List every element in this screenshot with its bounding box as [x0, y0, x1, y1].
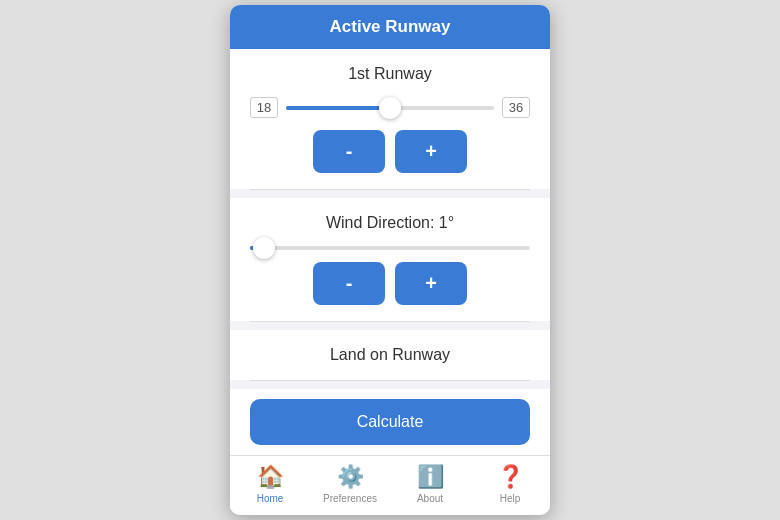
runway-slider-fill — [286, 106, 390, 110]
wind-slider-track[interactable] — [250, 246, 530, 250]
wind-section-title: Wind Direction: 1° — [250, 214, 530, 232]
wind-slider-thumb[interactable] — [253, 237, 275, 259]
runway-slider-thumb[interactable] — [379, 97, 401, 119]
header-title: Active Runway — [330, 17, 451, 36]
calculate-button[interactable]: Calculate — [250, 399, 530, 445]
nav-item-help[interactable]: ❓Help — [470, 464, 550, 509]
gap-3 — [230, 381, 550, 389]
runway-section: 1st Runway 18 36 - + — [230, 49, 550, 189]
wind-section: Wind Direction: 1° - + — [230, 198, 550, 321]
runway-plus-button[interactable]: + — [395, 130, 467, 173]
nav-label-preferences: Preferences — [323, 493, 377, 504]
nav-label-home: Home — [257, 493, 284, 504]
nav-item-about[interactable]: ℹ️About — [390, 464, 470, 509]
nav-icon-home: 🏠 — [257, 464, 284, 490]
gap-1 — [230, 190, 550, 198]
runway-section-title: 1st Runway — [250, 65, 530, 83]
runway-slider-row: 18 36 — [250, 97, 530, 118]
nav-icon-help: ❓ — [497, 464, 524, 490]
nav-icon-preferences: ⚙️ — [337, 464, 364, 490]
wind-minus-button[interactable]: - — [313, 262, 385, 305]
result-text: Land on Runway — [330, 346, 450, 363]
nav-label-help: Help — [500, 493, 521, 504]
wind-btn-row: - + — [250, 262, 530, 305]
phone-container: Active Runway 1st Runway 18 36 - + Wind — [230, 5, 550, 515]
header: Active Runway — [230, 5, 550, 49]
wind-slider-row — [250, 246, 530, 250]
runway-min-label: 18 — [250, 97, 278, 118]
nav-item-preferences[interactable]: ⚙️Preferences — [310, 464, 390, 509]
gap-2 — [230, 322, 550, 330]
wind-plus-button[interactable]: + — [395, 262, 467, 305]
runway-max-label: 36 — [502, 97, 530, 118]
runway-btn-row: - + — [250, 130, 530, 173]
result-section: Land on Runway — [230, 330, 550, 380]
nav-label-about: About — [417, 493, 443, 504]
calc-section: Calculate — [230, 389, 550, 455]
runway-minus-button[interactable]: - — [313, 130, 385, 173]
nav-icon-about: ℹ️ — [417, 464, 444, 490]
main-content: 1st Runway 18 36 - + Wind Direction: 1° — [230, 49, 550, 455]
nav-item-home[interactable]: 🏠Home — [230, 464, 310, 509]
bottom-nav: 🏠Home⚙️Preferencesℹ️About❓Help — [230, 455, 550, 515]
runway-slider-track[interactable] — [286, 106, 494, 110]
